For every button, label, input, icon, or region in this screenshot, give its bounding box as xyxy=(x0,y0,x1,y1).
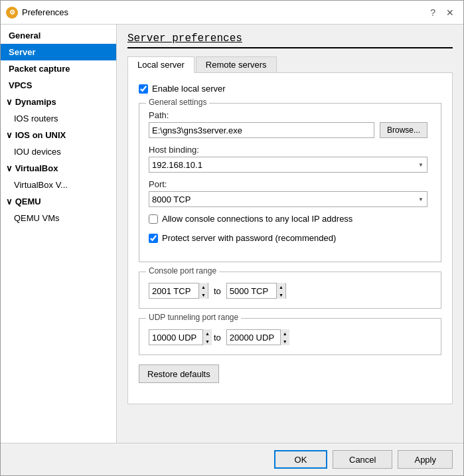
sidebar-item-qemu[interactable]: ∨ QEMU xyxy=(1,193,116,210)
cancel-button[interactable]: Cancel xyxy=(333,450,392,469)
udp-port-range-row: ▲ ▼ to ▲ ▼ xyxy=(149,329,431,345)
window-title: Preferences xyxy=(22,7,422,17)
udp-port-to-input[interactable] xyxy=(227,330,280,345)
general-settings-group: General settings Path: Browse... Host bi… xyxy=(139,103,441,262)
path-row: Browse... xyxy=(149,122,431,138)
sidebar-item-iou-devices[interactable]: IOU devices xyxy=(1,143,116,160)
console-port-to-input[interactable] xyxy=(227,283,276,298)
tab-remote-servers[interactable]: Remote servers xyxy=(196,56,277,73)
port-select[interactable]: 8000 TCP xyxy=(149,191,427,207)
sidebar-item-virtualbox[interactable]: ∨ VirtualBox xyxy=(1,160,116,177)
protect-server-checkbox[interactable] xyxy=(149,234,158,243)
host-binding-select[interactable]: 192.168.10.1 xyxy=(149,157,427,173)
path-input[interactable] xyxy=(149,122,374,138)
tabs-container: Local server Remote servers xyxy=(127,56,453,73)
console-port-to-up[interactable]: ▲ xyxy=(277,283,285,291)
host-binding-label: Host binding: xyxy=(149,145,431,155)
console-port-from-arrows: ▲ ▼ xyxy=(198,283,208,299)
sidebar-item-general[interactable]: General xyxy=(1,27,116,44)
allow-console-row: Allow console connections to any local I… xyxy=(149,214,431,224)
group-label: General settings xyxy=(146,98,209,107)
udp-port-from-spinner: ▲ ▼ xyxy=(149,329,208,345)
enable-local-server-row: Enable local server xyxy=(139,84,441,94)
udp-port-from-down[interactable]: ▼ xyxy=(203,337,212,345)
udp-port-from-up[interactable]: ▲ xyxy=(203,329,212,337)
host-binding-row: 192.168.10.1 xyxy=(149,157,431,173)
console-port-to-down[interactable]: ▼ xyxy=(277,291,285,299)
restore-defaults-button[interactable]: Restore defaults xyxy=(139,364,219,383)
udp-port-to-up[interactable]: ▲ xyxy=(281,329,289,337)
port-label: Port: xyxy=(149,179,431,189)
tab-content-local-server: Enable local server General settings Pat… xyxy=(127,72,453,404)
titlebar-controls: ? ✕ xyxy=(426,6,458,19)
console-port-range-row: ▲ ▼ to ▲ ▼ xyxy=(149,283,431,299)
sidebar-item-server[interactable]: Server xyxy=(1,44,116,60)
tab-local-server[interactable]: Local server xyxy=(127,56,194,73)
section-title: Server preferences xyxy=(127,33,453,48)
preferences-window: ⚙ Preferences ? ✕ General Server Packet … xyxy=(0,0,464,476)
console-port-to-spinner: ▲ ▼ xyxy=(226,283,286,299)
host-binding-wrapper: 192.168.10.1 xyxy=(149,157,427,173)
browse-button[interactable]: Browse... xyxy=(380,122,427,138)
port-row: 8000 TCP xyxy=(149,191,431,207)
udp-port-to-down[interactable]: ▼ xyxy=(281,337,289,345)
port-wrapper: 8000 TCP xyxy=(149,191,427,207)
enable-local-server-checkbox[interactable] xyxy=(139,84,148,94)
udp-port-from-arrows: ▲ ▼ xyxy=(202,329,212,345)
apply-button[interactable]: Apply xyxy=(398,450,453,469)
sidebar-item-dynamips[interactable]: ∨ Dynamips xyxy=(1,94,116,110)
bottom-bar: OK Cancel Apply xyxy=(1,443,463,475)
console-port-from-down[interactable]: ▼ xyxy=(199,291,208,299)
content-area: General Server Packet capture VPCS ∨ Dyn… xyxy=(1,25,463,443)
sidebar-item-virtualbox-v[interactable]: VirtualBox V... xyxy=(1,177,116,193)
console-port-from-up[interactable]: ▲ xyxy=(199,283,208,291)
udp-port-to-spinner: ▲ ▼ xyxy=(226,329,286,345)
sidebar-item-ios-unix[interactable]: ∨ IOS on UNIX xyxy=(1,127,116,143)
udp-port-group-label: UDP tunneling port range xyxy=(146,313,241,322)
help-button[interactable]: ? xyxy=(426,6,439,19)
main-panel: Server preferences Local server Remote s… xyxy=(117,25,463,443)
console-port-from-spinner: ▲ ▼ xyxy=(149,283,208,299)
console-port-from-input[interactable] xyxy=(149,283,198,298)
app-icon: ⚙ xyxy=(6,7,18,19)
sidebar: General Server Packet capture VPCS ∨ Dyn… xyxy=(1,25,117,443)
close-button[interactable]: ✕ xyxy=(442,6,458,19)
udp-port-from-input[interactable] xyxy=(149,330,202,345)
path-label: Path: xyxy=(149,110,431,120)
sidebar-item-ios-routers[interactable]: IOS routers xyxy=(1,110,116,127)
sidebar-item-qemu-vms[interactable]: QEMU VMs xyxy=(1,210,116,226)
console-port-to-arrows: ▲ ▼ xyxy=(276,283,285,299)
console-port-group-label: Console port range xyxy=(146,266,219,276)
sidebar-item-packet-capture[interactable]: Packet capture xyxy=(1,60,116,77)
udp-port-to-arrows: ▲ ▼ xyxy=(280,329,289,345)
udp-port-group: UDP tunneling port range ▲ ▼ to xyxy=(139,318,441,355)
titlebar: ⚙ Preferences ? ✕ xyxy=(1,1,463,25)
protect-server-row: Protect server with password (recommende… xyxy=(149,233,431,243)
allow-console-checkbox[interactable] xyxy=(149,214,158,224)
console-port-group: Console port range ▲ ▼ to xyxy=(139,272,441,309)
ok-button[interactable]: OK xyxy=(274,450,327,469)
sidebar-item-vpcs[interactable]: VPCS xyxy=(1,77,116,94)
